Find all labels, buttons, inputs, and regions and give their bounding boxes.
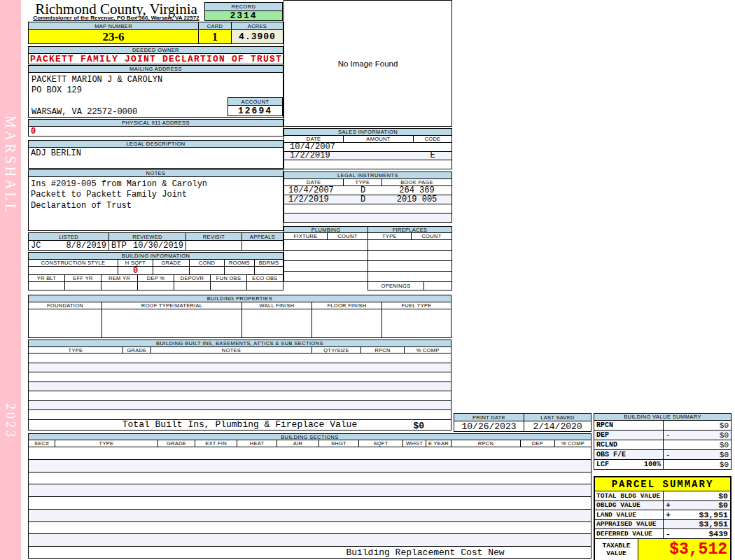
cond-value[interactable] [190,267,225,274]
depovr-label: DEPOVR [174,275,211,281]
built-ins-row[interactable] [28,400,451,411]
grade-value[interactable] [153,267,190,274]
built-ins-row[interactable] [28,410,451,420]
notes-box[interactable]: Ins #2019-005 from Marion & Carolyn Pack… [28,176,284,231]
fuel-type-value[interactable] [382,309,451,337]
legal-description-value[interactable]: ADJ BERLIN [28,147,284,169]
building-section-row[interactable] [28,533,592,547]
built-ins-total-value: $0 [413,421,424,431]
appeals-label: APPEALS [242,233,283,240]
last-saved-label: LAST SAVED [524,414,591,421]
plumbing-fireplace-row[interactable] [284,271,452,282]
floor-finish-value[interactable] [312,309,382,337]
depovr-value[interactable] [174,282,211,290]
building-section-row[interactable] [28,459,592,472]
ecoobs-value[interactable] [247,282,283,290]
bi-comp-label: % COMP [405,347,451,353]
funobs-value[interactable] [211,282,247,290]
sec-dep-label: DEP [521,440,555,447]
sales-date: 1/2/2019 [284,152,344,160]
effyr-label: EFF YR [65,275,102,281]
instrument-date [284,204,344,213]
reviewed-value[interactable]: BTP 10/30/2019 [109,241,186,250]
built-ins-row[interactable] [28,372,451,382]
foundation-value[interactable] [29,309,102,337]
instrument-date: 1/2/2019 [284,195,344,204]
sec-extfin-label: EXT FIN [195,440,237,447]
building-section-row[interactable] [28,496,592,510]
bvs-row-label: DEP [594,430,664,440]
sales-code: E [414,152,451,160]
parcel-row-label: LAND VALUE [595,510,664,519]
bvs-row-label: OBS F/E [594,450,664,459]
built-ins-row[interactable] [28,353,451,363]
plumbing-fireplace-row[interactable] [284,250,452,261]
building-section-row[interactable] [28,522,592,535]
built-ins-row[interactable] [28,382,451,392]
instrument-row[interactable] [284,204,452,214]
mailing-line-2: PO BOX 129 [31,85,280,97]
card-value[interactable]: 1 [199,30,232,43]
building-section-row[interactable] [28,509,592,522]
building-section-row[interactable] [28,484,592,497]
sec-rpcn-label: RPCN [451,440,521,447]
record-value[interactable]: 2314 [204,10,283,21]
revisit-label: REVISIT [186,233,242,240]
listed-date: 8/8/2019 [66,241,106,250]
map-number-value[interactable]: 23-6 [29,30,199,43]
acres-value[interactable]: 4.3900 [232,30,283,43]
bdrms-value[interactable] [255,267,283,274]
sales-row[interactable]: 10/4/2007 [284,142,452,152]
fireplace-count-label: COUNT [412,233,451,239]
instrument-book [382,214,451,222]
sales-amount-label: AMOUNT [344,136,414,142]
instrument-row[interactable]: 1/2/2019 D 2019 005 [284,195,452,204]
sec-eyear-label: E YEAR [426,440,451,447]
building-section-row[interactable] [28,472,592,485]
instrument-date-label: DATE [284,179,344,186]
vendor-label: MARSHALL [2,115,18,215]
instrument-book: 2019 005 [382,195,451,204]
built-ins-row[interactable] [28,363,451,373]
sec-num-label: SEC# [29,440,55,447]
instrument-row[interactable]: 10/4/2007 D 264 369 [284,186,452,195]
physical-address-value[interactable]: 0 [28,126,284,136]
sales-row[interactable] [284,160,452,169]
roof-value[interactable] [102,309,242,337]
bi-qty-label: QTY/SIZE [312,347,361,353]
tax-year-label: 2023 [3,403,18,440]
openings-value[interactable] [424,282,451,290]
dep-pct-value[interactable] [138,282,174,290]
fixture-count-label: COUNT [328,233,368,239]
wall-finish-value[interactable] [242,309,312,337]
construction-style-value[interactable] [29,267,118,274]
bvs-row-label: LCF100% [594,460,664,469]
appeals-value[interactable] [242,241,283,250]
yrblt-value[interactable] [29,282,65,290]
plumbing-fireplace-row[interactable] [284,260,452,272]
listed-value[interactable]: JC 8/8/2019 [29,241,109,250]
rooms-value[interactable] [225,267,255,274]
sales-row[interactable]: 1/2/2019 E [284,151,452,161]
sec-grade-label: GRADE [158,440,195,447]
instrument-type [344,204,382,213]
revisit-value[interactable] [186,241,242,250]
last-saved-value: 2/14/2020 [524,421,591,431]
sec-heat-label: HEAT [237,440,277,447]
commissioner-subtitle: Commissioner of the Revenue, PO Box 366,… [28,15,204,21]
parcel-row-value: -$439 [664,529,730,538]
account-value[interactable]: 12694 [227,105,283,116]
bdrms-label: BDRMS [255,260,283,266]
print-date-value: 10/26/2023 [454,421,524,431]
remyr-value[interactable] [102,282,138,290]
yrblt-label: YR BLT [29,275,65,281]
built-ins-row[interactable] [28,391,451,401]
building-section-row[interactable] [28,447,592,460]
hsqft-value[interactable]: 0 [118,267,153,274]
effyr-value[interactable] [65,282,102,290]
notes-line-3: Declaration of Trust [31,200,281,211]
instrument-row[interactable] [284,213,452,223]
deeded-owner-value[interactable]: PACKETT FAMILY JOINT DECLARTION OF TRUST [28,53,284,64]
plumbing-fireplace-row[interactable] [284,239,452,251]
sales-code-label: CODE [414,136,451,142]
